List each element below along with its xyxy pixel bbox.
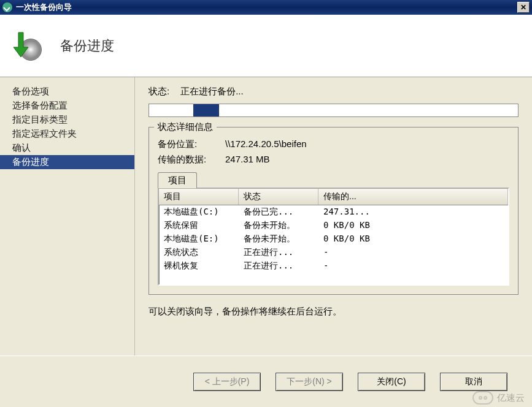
sidebar-item-label: 指定远程文件夹 [12,128,77,139]
sidebar-item-backup-options[interactable]: 备份选项 [0,85,134,99]
watermark-logo-icon [472,391,493,405]
sidebar-item-remote-folder[interactable]: 指定远程文件夹 [0,127,134,141]
column-transferred[interactable]: 传输的... [318,189,508,205]
wizard-main: 状态: 正在进行备份... 状态详细信息 备份位置: \\172.24.20.5… [135,77,532,356]
items-table: 项目 状态 传输的... 本地磁盘(C:) 备份已完... 247.31... … [158,188,509,286]
cell-status: 备份未开始。 [239,219,318,232]
titlebar: 一次性备份向导 ✕ [0,0,532,15]
watermark: 亿速云 [472,391,525,405]
tab-row: 项目 [158,172,509,188]
cell-transferred: 247.31... [318,206,508,218]
table-header: 项目 状态 传输的... [159,189,508,205]
tab-items[interactable]: 项目 [158,172,197,188]
status-value: 正在进行备份... [180,86,244,97]
column-status[interactable]: 状态 [239,189,318,205]
cell-status: 正在进行... [239,260,318,272]
backup-disc-icon [12,31,42,61]
cell-item: 系统保留 [159,219,239,232]
cell-status: 备份未开始。 [239,233,318,245]
sidebar-item-label: 指定目标类型 [12,114,67,124]
cell-status: 正在进行... [239,246,318,259]
cell-transferred: - [318,260,508,272]
cell-item: 裸机恢复 [159,260,239,272]
window-close-button[interactable]: ✕ [517,2,530,13]
table-body: 本地磁盘(C:) 备份已完... 247.31... 系统保留 备份未开始。 0… [159,205,508,273]
sidebar-item-target-type[interactable]: 指定目标类型 [0,113,134,127]
sidebar-item-label: 确认 [12,142,31,153]
window-title: 一次性备份向导 [16,2,517,13]
watermark-text: 亿速云 [497,392,525,404]
table-row[interactable]: 裸机恢复 正在进行... - [159,259,508,273]
sidebar-item-label: 选择备份配置 [12,100,67,110]
wizard-footer: < 上一步(P) 下一步(N) > 关闭(C) 取消 [0,356,532,407]
cell-transferred: 0 KB/0 KB [318,219,508,232]
cell-status: 备份已完... [239,206,318,218]
page-title: 备份进度 [60,37,114,55]
backup-location-label: 备份位置: [158,139,225,150]
backup-wizard-icon [2,2,12,12]
wizard-header: 备份进度 [0,15,532,77]
sidebar-item-select-config[interactable]: 选择备份配置 [0,99,134,113]
status-label: 状态: [148,86,169,97]
table-row[interactable]: 系统状态 正在进行... - [159,246,508,259]
details-legend: 状态详细信息 [154,121,217,133]
cell-transferred: - [318,246,508,259]
progress-bar [148,104,519,117]
cell-item: 系统状态 [159,246,239,259]
table-row[interactable]: 本地磁盘(C:) 备份已完... 247.31... [159,205,508,219]
prev-button: < 上一步(P) [193,373,261,391]
column-item[interactable]: 项目 [159,189,239,205]
status-details-group: 状态详细信息 备份位置: \\172.24.20.5\beifen 传输的数据:… [148,127,519,295]
sidebar-item-confirm[interactable]: 确认 [0,141,134,155]
sidebar-item-backup-progress[interactable]: 备份进度 [0,155,134,169]
sidebar-item-label: 备份进度 [12,156,49,167]
cell-item: 本地磁盘(E:) [159,233,239,245]
cell-transferred: 0 KB/0 KB [318,233,508,245]
transferred-label: 传输的数据: [158,154,225,165]
progress-fill [193,104,219,116]
transferred-value: 247.31 MB [225,154,270,165]
sidebar-item-label: 备份选项 [12,86,49,96]
close-button[interactable]: 关闭(C) [358,373,425,391]
table-row[interactable]: 本地磁盘(E:) 备份未开始。 0 KB/0 KB [159,232,508,246]
cell-item: 本地磁盘(C:) [159,206,239,218]
wizard-sidebar: 备份选项 选择备份配置 指定目标类型 指定远程文件夹 确认 备份进度 [0,77,135,356]
next-button: 下一步(N) > [276,373,343,391]
cancel-button[interactable]: 取消 [440,373,507,391]
wizard-body: 备份选项 选择备份配置 指定目标类型 指定远程文件夹 确认 备份进度 状态: 正… [0,77,532,356]
table-row[interactable]: 系统保留 备份未开始。 0 KB/0 KB [159,219,508,232]
status-row: 状态: 正在进行备份... [148,86,519,97]
close-hint: 可以关闭该向导，备份操作将继续在后台运行。 [148,306,519,318]
backup-location-value: \\172.24.20.5\beifen [225,139,307,150]
